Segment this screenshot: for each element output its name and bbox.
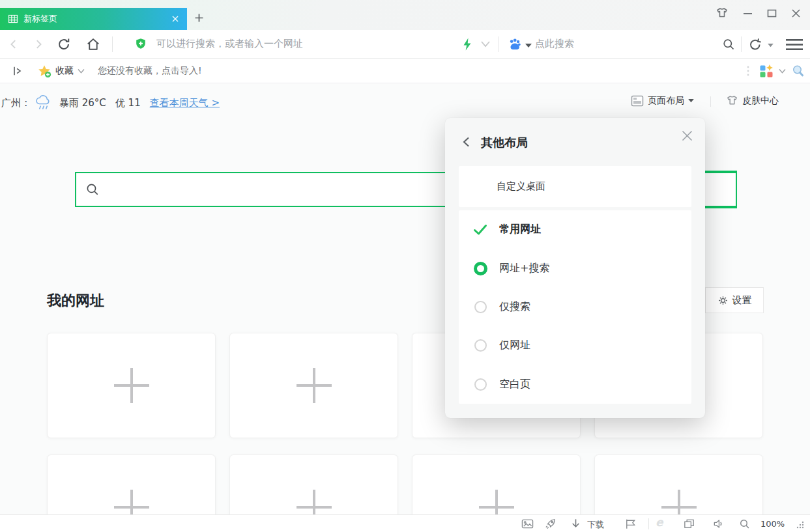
page-layout-label: 页面布局	[648, 95, 684, 107]
rocket-icon[interactable]	[544, 518, 557, 530]
image-icon[interactable]	[521, 518, 534, 530]
close-icon[interactable]	[681, 130, 693, 142]
gear-icon	[717, 295, 729, 306]
toolbar-divider	[112, 36, 113, 52]
speaker-icon[interactable]	[712, 518, 725, 530]
chevron-down-icon[interactable]	[778, 68, 787, 74]
toolbar-divider	[741, 36, 742, 52]
favorites-label[interactable]: 收藏	[55, 65, 74, 77]
settings-button[interactable]: 设置	[705, 287, 764, 313]
caret-down-icon	[688, 99, 694, 103]
download-label[interactable]: 下载	[587, 519, 604, 531]
air-quality: 优 11	[115, 97, 141, 109]
tab-title: 新标签页	[23, 13, 166, 25]
rain-icon	[35, 95, 53, 111]
page-layout-button[interactable]: 页面布局	[631, 94, 694, 107]
settings-label: 设置	[732, 294, 752, 307]
grid-icon	[8, 14, 18, 24]
lightning-icon[interactable]	[461, 37, 474, 51]
address-input[interactable]: 可以进行搜索，或者输入一个网址	[156, 38, 303, 50]
tab-new-page[interactable]: 新标签页	[0, 8, 187, 30]
new-tab-plus-icon[interactable]	[194, 12, 205, 23]
radio-icon	[473, 301, 487, 313]
option-label: 仅搜索	[499, 300, 530, 314]
close-icon[interactable]	[791, 8, 801, 18]
sidebar-toggle-icon[interactable]	[12, 65, 23, 77]
star-plus-icon[interactable]	[38, 64, 51, 78]
status-bar: 下载 e 100%	[0, 514, 810, 532]
radio-icon	[473, 378, 487, 391]
other-layouts-panel: 其他布局 自定义桌面 常用网址 网址+搜索 仅搜索	[445, 118, 705, 418]
maximize-icon[interactable]	[767, 8, 777, 18]
panel-title: 其他布局	[481, 135, 528, 150]
zoom-level[interactable]: 100%	[760, 519, 785, 529]
caret-down-icon[interactable]	[525, 44, 532, 48]
undo-icon[interactable]	[748, 37, 762, 51]
skin-shirt-icon[interactable]	[716, 7, 729, 20]
menu-icon[interactable]	[786, 39, 803, 51]
download-icon[interactable]	[570, 518, 582, 530]
toolbar-divider	[499, 36, 499, 52]
check-icon	[473, 224, 487, 236]
baidu-paw-icon[interactable]	[508, 37, 522, 51]
shirt-icon	[726, 94, 738, 107]
add-site-tile[interactable]	[229, 333, 398, 438]
add-site-icon	[114, 368, 149, 403]
layout-options-list: 常用网址 网址+搜索 仅搜索 仅网址 空白页	[459, 210, 691, 404]
tab-close-icon[interactable]	[171, 15, 179, 23]
option-label: 常用网址	[499, 223, 541, 236]
skin-center-label: 皮肤中心	[742, 95, 779, 107]
refresh-icon[interactable]	[57, 37, 71, 51]
radio-selected-icon	[473, 262, 487, 275]
grip-icon[interactable]	[796, 521, 804, 529]
minimize-icon[interactable]	[743, 8, 753, 18]
option-label: 仅网址	[499, 339, 530, 352]
weather-widget: 广州： 暴雨 26°C 优 11 查看本周天气 >	[1, 95, 220, 111]
radio-icon	[473, 339, 487, 352]
ie-icon[interactable]: e	[656, 516, 663, 529]
chevron-down-icon[interactable]	[77, 68, 85, 74]
weather-condition: 暴雨 26°C	[59, 97, 106, 109]
divider	[710, 96, 711, 107]
option-label: 网址+搜索	[499, 262, 549, 275]
layout-option-sites-search[interactable]: 网址+搜索	[459, 249, 691, 287]
apps-grid-icon[interactable]	[760, 64, 773, 77]
back-icon[interactable]	[8, 38, 20, 50]
shield-plus-icon[interactable]	[134, 38, 147, 51]
tab-strip: 新标签页	[0, 0, 810, 30]
statusbar-divider	[648, 518, 649, 529]
layout-icon	[631, 94, 644, 107]
my-sites-title: 我的网址	[47, 291, 104, 311]
caret-down-icon[interactable]	[768, 44, 774, 48]
custom-desktop-label: 自定义桌面	[497, 180, 545, 193]
option-label: 空白页	[499, 378, 530, 391]
layout-option-common-sites[interactable]: 常用网址	[459, 210, 691, 249]
weather-city: 广州：	[1, 97, 31, 109]
search-hint[interactable]: 点此搜索	[535, 38, 574, 50]
back-icon[interactable]	[462, 137, 470, 147]
browser-window: 新标签页	[0, 0, 810, 532]
drag-handle-icon	[747, 66, 749, 76]
finder-icon[interactable]	[792, 64, 805, 77]
layout-option-search-only[interactable]: 仅搜索	[459, 288, 691, 326]
skin-center-button[interactable]: 皮肤中心	[726, 94, 779, 107]
zoom-search-icon[interactable]	[739, 518, 750, 529]
add-site-icon	[297, 368, 332, 403]
window-controls	[716, 7, 801, 20]
layout-option-blank-page[interactable]: 空白页	[459, 365, 691, 404]
flag-icon[interactable]	[624, 518, 637, 530]
bookmarks-bar: 收藏 您还没有收藏，点击导入!	[0, 59, 810, 83]
bookmarks-empty-hint[interactable]: 您还没有收藏，点击导入!	[98, 65, 202, 77]
weekly-weather-link[interactable]: 查看本周天气 >	[150, 97, 220, 109]
custom-desktop-item[interactable]: 自定义桌面	[459, 166, 691, 207]
navigation-toolbar: 可以进行搜索，或者输入一个网址 点此搜索	[0, 30, 810, 59]
search-icon[interactable]	[722, 38, 735, 51]
layout-option-sites-only[interactable]: 仅网址	[459, 326, 691, 365]
add-site-tile[interactable]	[47, 333, 216, 438]
home-icon[interactable]	[86, 37, 100, 51]
forward-icon[interactable]	[33, 38, 44, 50]
search-icon	[85, 182, 100, 197]
chevron-down-icon[interactable]	[480, 40, 491, 48]
windows-icon[interactable]	[683, 518, 695, 530]
